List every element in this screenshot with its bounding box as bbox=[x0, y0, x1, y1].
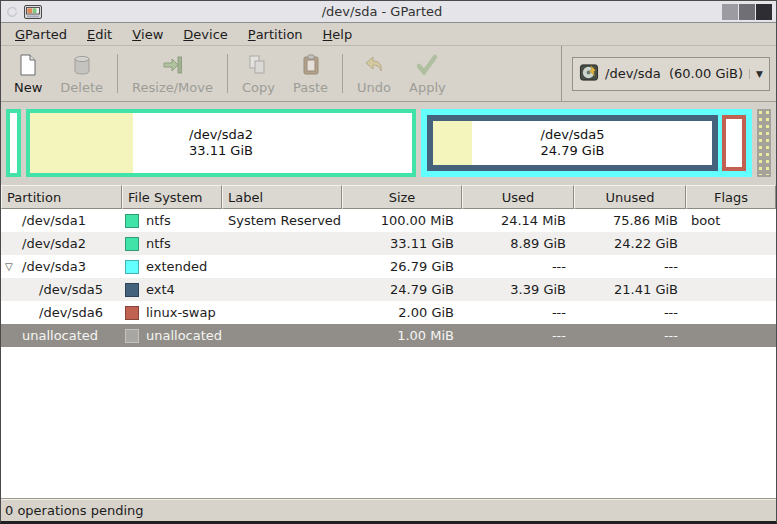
minimize-button[interactable] bbox=[722, 4, 738, 20]
menu-partition[interactable]: Partition bbox=[238, 23, 313, 45]
partition-name: /dev/sda1 bbox=[22, 213, 86, 228]
size-cell: 100.00 MiB bbox=[342, 209, 462, 232]
flags-cell bbox=[686, 301, 776, 324]
undo-button[interactable]: Undo bbox=[348, 46, 400, 101]
statusbar: 0 operations pending bbox=[1, 498, 776, 521]
column-header-used[interactable]: Used bbox=[462, 185, 574, 209]
partition-cell: ▽/dev/sda3 bbox=[1, 255, 122, 278]
gparted-app-icon bbox=[24, 5, 42, 19]
apply-button[interactable]: Apply bbox=[400, 46, 455, 101]
undo-icon bbox=[362, 52, 386, 78]
disk-visual-bar: /dev/sda233.11 GiB/dev/sda524.79 GiB bbox=[6, 109, 771, 177]
filesystem-name: linux-swap bbox=[146, 305, 216, 320]
filesystem-cell: unallocated bbox=[122, 324, 222, 347]
menu-edit[interactable]: Edit bbox=[77, 23, 122, 45]
column-header-label[interactable]: Label bbox=[222, 185, 342, 209]
new-button[interactable]: New bbox=[5, 46, 51, 101]
column-header-size[interactable]: Size bbox=[342, 185, 462, 209]
copy-icon bbox=[246, 52, 270, 78]
flags-cell: boot bbox=[686, 209, 776, 232]
menu-help[interactable]: Help bbox=[313, 23, 363, 45]
flags-cell bbox=[686, 324, 776, 347]
toolbar-buttons: NewDeleteResize/MoveCopyPasteUndoApply bbox=[1, 46, 455, 101]
column-header-file-system[interactable]: File System bbox=[122, 185, 222, 209]
menu-gparted[interactable]: GParted bbox=[5, 23, 77, 45]
filesystem-cell: ext4 bbox=[122, 278, 222, 301]
column-header-partition[interactable]: Partition bbox=[1, 185, 122, 209]
paste-button[interactable]: Paste bbox=[284, 46, 337, 101]
table-row-dev-sda3[interactable]: ▽/dev/sda3extended26.79 GiB------ bbox=[1, 255, 776, 278]
filesystem-name: extended bbox=[146, 259, 207, 274]
apply-icon bbox=[415, 52, 439, 78]
toolbar-separator bbox=[117, 54, 118, 93]
diskbar-segment-dev-sda6[interactable] bbox=[722, 115, 746, 171]
partition-cell: /dev/sda1 bbox=[1, 209, 122, 232]
table-row-dev-sda5[interactable]: /dev/sda5ext424.79 GiB3.39 GiB21.41 GiB bbox=[1, 278, 776, 301]
segment-label-line: /dev/sda5 bbox=[541, 127, 605, 143]
toolbar-separator bbox=[227, 54, 228, 93]
label-cell bbox=[222, 278, 342, 301]
chevron-down-icon[interactable]: ▼ bbox=[749, 69, 763, 79]
titlebar-icons bbox=[5, 5, 42, 19]
unused-cell: --- bbox=[574, 301, 686, 324]
filesystem-color-swatch bbox=[125, 237, 139, 251]
hard-disk-icon bbox=[579, 63, 599, 85]
column-header-unused[interactable]: Unused bbox=[574, 185, 686, 209]
unused-cell: 75.86 MiB bbox=[574, 209, 686, 232]
toolbar-button-label: Copy bbox=[242, 80, 275, 95]
segment-label: /dev/sda524.79 GiB bbox=[433, 121, 712, 165]
table-row-unallocated[interactable]: unallocatedunallocated1.00 MiB------ bbox=[1, 324, 776, 347]
label-cell bbox=[222, 324, 342, 347]
size-cell: 24.79 GiB bbox=[342, 278, 462, 301]
label-cell bbox=[222, 255, 342, 278]
unallocated-hatch bbox=[766, 111, 769, 175]
menu-device[interactable]: Device bbox=[173, 23, 237, 45]
filesystem-color-swatch bbox=[125, 329, 139, 343]
diskbar-segment-dev-sda5[interactable]: /dev/sda524.79 GiB bbox=[427, 115, 718, 171]
segment-label-line: 24.79 GiB bbox=[541, 143, 605, 159]
window-buttons bbox=[722, 4, 772, 20]
diskbar-segment-dev-sda2[interactable]: /dev/sda233.11 GiB bbox=[26, 109, 416, 177]
toolbar-button-label: Resize/Move bbox=[132, 80, 213, 95]
partition-table: PartitionFile SystemLabelSizeUsedUnusedF… bbox=[1, 185, 776, 498]
delete-icon bbox=[70, 52, 94, 78]
toolbar-button-label: Undo bbox=[357, 80, 391, 95]
resize-move-button[interactable]: Resize/Move bbox=[123, 46, 222, 101]
diskbar-segment-dev-sda3[interactable]: /dev/sda524.79 GiB bbox=[421, 109, 752, 177]
partition-name: unallocated bbox=[22, 328, 98, 343]
used-cell: 3.39 GiB bbox=[462, 278, 574, 301]
copy-button[interactable]: Copy bbox=[233, 46, 284, 101]
segment-label-line: /dev/sda2 bbox=[189, 127, 253, 143]
filesystem-name: ntfs bbox=[146, 213, 171, 228]
unused-cell: --- bbox=[574, 324, 686, 347]
toolbar-button-label: Delete bbox=[60, 80, 103, 95]
close-button[interactable] bbox=[756, 4, 772, 20]
table-row-dev-sda2[interactable]: /dev/sda2ntfs33.11 GiB8.89 GiB24.22 GiB bbox=[1, 232, 776, 255]
device-label: /dev/sda (60.00 GiB) bbox=[605, 66, 743, 81]
table-row-dev-sda6[interactable]: /dev/sda6linux-swap2.00 GiB------ bbox=[1, 301, 776, 324]
device-selector[interactable]: /dev/sda (60.00 GiB) ▼ bbox=[572, 57, 770, 91]
diskbar-segment-unallocated[interactable] bbox=[757, 109, 771, 177]
disk-visual-area: /dev/sda233.11 GiB/dev/sda524.79 GiB bbox=[1, 102, 776, 185]
toolbar-button-label: New bbox=[14, 80, 42, 95]
titlebar[interactable]: /dev/sda - GParted bbox=[1, 1, 776, 23]
partition-cell: /dev/sda2 bbox=[1, 232, 122, 255]
unused-cell: --- bbox=[574, 255, 686, 278]
partition-name: /dev/sda5 bbox=[39, 282, 103, 297]
partition-cell: unallocated bbox=[1, 324, 122, 347]
diskbar-segment-dev-sda1[interactable] bbox=[6, 109, 21, 177]
toolbar: NewDeleteResize/MoveCopyPasteUndoApply /… bbox=[1, 46, 776, 102]
table-body: /dev/sda1ntfsSystem Reserved100.00 MiB24… bbox=[1, 209, 776, 347]
window-title: /dev/sda - GParted bbox=[42, 4, 722, 19]
filesystem-cell: extended bbox=[122, 255, 222, 278]
table-row-dev-sda1[interactable]: /dev/sda1ntfsSystem Reserved100.00 MiB24… bbox=[1, 209, 776, 232]
table-header: PartitionFile SystemLabelSizeUsedUnusedF… bbox=[1, 185, 776, 209]
menu-view[interactable]: View bbox=[122, 23, 173, 45]
unused-cell: 24.22 GiB bbox=[574, 232, 686, 255]
new-partition-icon bbox=[16, 52, 40, 78]
column-header-flags[interactable]: Flags bbox=[686, 185, 776, 209]
filesystem-cell: linux-swap bbox=[122, 301, 222, 324]
delete-button[interactable]: Delete bbox=[51, 46, 112, 101]
maximize-button[interactable] bbox=[739, 4, 755, 20]
expander-icon[interactable]: ▽ bbox=[4, 261, 22, 272]
